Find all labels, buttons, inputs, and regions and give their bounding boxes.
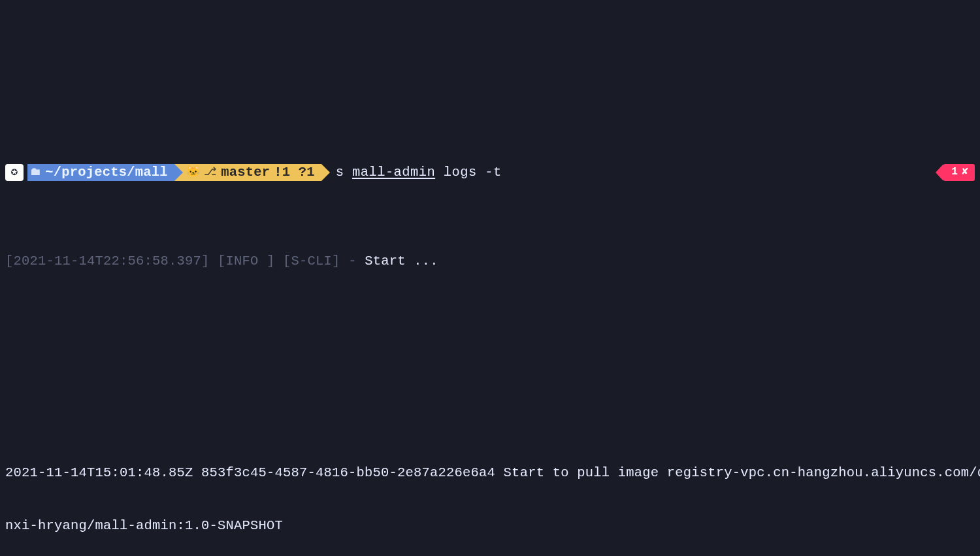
prompt-git-segment: 🐱 ⎇ master !1 ?1 — [174, 164, 321, 181]
git-icon: 🐱 — [186, 163, 200, 181]
ubuntu-icon: ✪ — [5, 164, 24, 181]
exit-status-value: 1 — [951, 163, 958, 181]
blank-line — [5, 376, 975, 393]
prompt-path-segment: 🖿 ~/projects/mall — [27, 164, 174, 181]
log-line: 2021-11-14T15:01:48.85Z 853f3c45-4587-48… — [5, 464, 975, 482]
folder-icon: 🖿 — [30, 163, 41, 181]
log-line: [2021-11-14T22:56:58.397] [INFO ] [S-CLI… — [5, 252, 975, 270]
branch-icon: ⎇ — [204, 163, 217, 181]
prompt-line: ✪ 🖿 ~/projects/mall 🐱 ⎇ master !1 ?1 s m… — [5, 163, 975, 182]
typed-command[interactable]: s mall-admin logs -t — [336, 163, 502, 181]
close-icon: ✘ — [962, 163, 968, 181]
blank-line — [5, 323, 975, 340]
prompt-branch: master — [221, 163, 270, 181]
prompt-git-status: !1 ?1 — [274, 163, 315, 181]
prompt-path: ~/projects/mall — [45, 163, 168, 181]
terminal[interactable]: ✪ 🖿 ~/projects/mall 🐱 ⎇ master !1 ?1 s m… — [0, 88, 980, 556]
log-line: nxi-hryang/mall-admin:1.0-SNAPSHOT — [5, 517, 975, 534]
exit-status-badge: 1 ✘ — [943, 164, 975, 181]
